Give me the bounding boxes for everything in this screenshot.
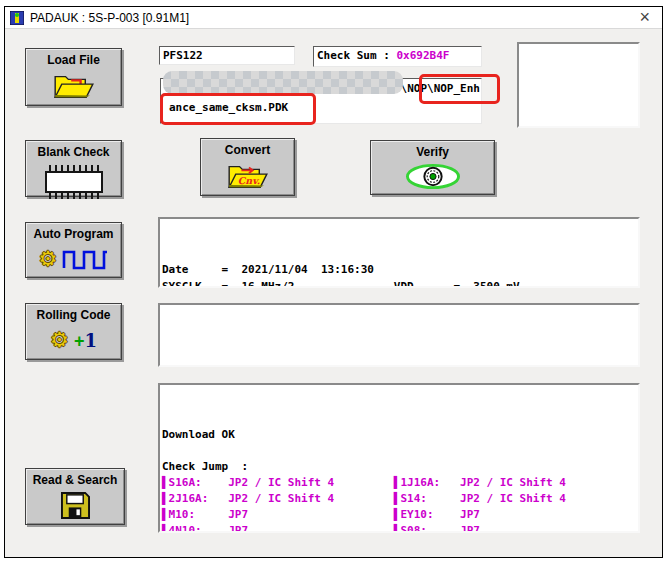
load-file-label: Load File [47, 53, 100, 67]
blank-check-label: Blank Check [37, 145, 109, 159]
output-line: Download OK [162, 427, 636, 443]
file-list-box[interactable] [517, 42, 640, 128]
output-line: ▌S16A: JP2 / IC Shift 4 ▌1J16A: JP2 / IC… [162, 475, 636, 491]
open-folder-icon [51, 67, 97, 105]
blur-redaction [163, 71, 403, 94]
info-panel: Date = 2021/11/04 13:16:30SYSCLK = 16 MH… [158, 217, 640, 288]
device-field[interactable]: PFS122 [159, 46, 295, 65]
title-bar: PADAUK : 5S-P-003 [0.91M1] × [5, 7, 662, 29]
gear-icon: ⚙ [50, 330, 69, 351]
gear-icon: ⚙ [39, 249, 58, 270]
message-panel [158, 303, 640, 367]
floppy-disk-icon [60, 487, 91, 524]
verify-label: Verify [416, 145, 449, 159]
checksum-label: Check Sum : [317, 49, 396, 62]
blank-check-button[interactable]: Blank Check [25, 140, 122, 197]
eye-icon [404, 159, 462, 194]
file-path-tail: \NOP\NOP_Enh [401, 82, 480, 95]
read-search-label: Read & Search [33, 473, 118, 487]
output-line: ▌4N10: JP7 ▌S08: JP7 [162, 523, 636, 533]
convert-label: Convert [225, 143, 270, 157]
info-line: Date = 2021/11/04 13:16:30 [162, 261, 636, 278]
checksum-field: Check Sum : 0x692B4F [313, 46, 482, 67]
output-line: ▌2J16A: JP2 / IC Shift 4 ▌S14: JP2 / IC … [162, 491, 636, 507]
screen: PADAUK : 5S-P-003 [0.91M1] × Load File B… [0, 0, 670, 564]
output-line [162, 443, 636, 459]
rolling-code-button[interactable]: Rolling Code ⚙ +1 [25, 303, 122, 360]
rolling-code-label: Rolling Code [37, 308, 111, 322]
output-panel: Download OKCheck Jump :▌S16A: JP2 / IC S… [158, 383, 640, 533]
convert-button[interactable]: Convert Cnv. [200, 138, 295, 196]
app-icon [10, 11, 24, 25]
window-title: PADAUK : 5S-P-003 [0.91M1] [30, 11, 189, 25]
convert-folder-icon: Cnv. [225, 157, 271, 195]
waveform-icon [62, 247, 108, 271]
info-line: SYSCLK = 16 MHz/2 VDD = 3500 mV [162, 278, 636, 288]
svg-text:Cnv.: Cnv. [237, 175, 259, 186]
verify-button[interactable]: Verify [370, 140, 495, 195]
close-icon[interactable]: × [639, 7, 650, 28]
file-path-line2: ance_same_cksm.PDK [169, 101, 288, 114]
auto-program-button[interactable]: Auto Program ⚙ [25, 222, 122, 278]
output-line: ▌M10: JP7 ▌EY10: JP7 [162, 507, 636, 523]
checksum-value: 0x692B4F [396, 49, 449, 62]
read-search-button[interactable]: Read & Search [25, 468, 125, 525]
output-line: Check Jump : [162, 459, 636, 475]
auto-program-label: Auto Program [33, 227, 113, 241]
ic-chip-icon [45, 159, 103, 196]
plus-one-icon: +1 [74, 330, 97, 352]
load-file-button[interactable]: Load File [25, 48, 122, 106]
